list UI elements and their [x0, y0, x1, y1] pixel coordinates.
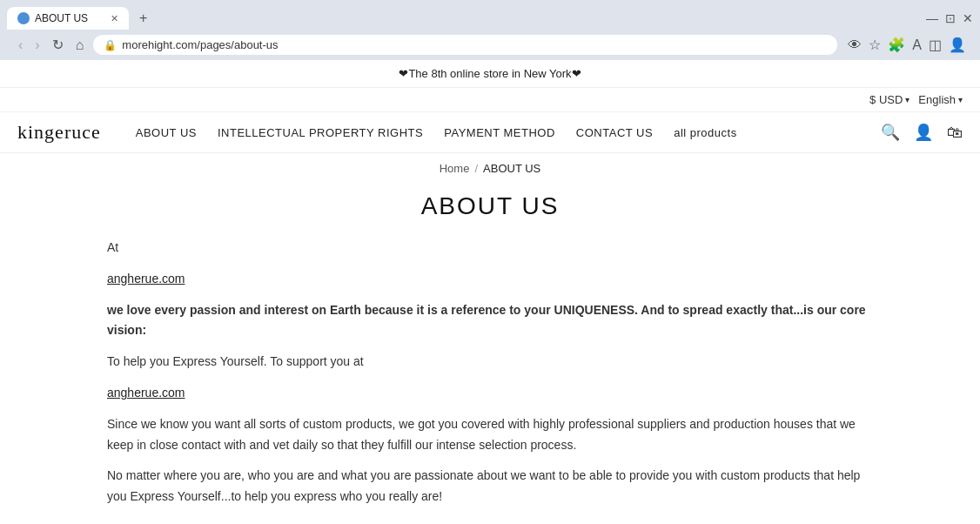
content-p1: At — [107, 238, 873, 259]
extensions-icon[interactable]: 🧩 — [888, 37, 905, 53]
breadcrumb-separator: / — [474, 162, 478, 175]
nav-link-about[interactable]: ABOUT US — [136, 126, 197, 139]
tab-favicon — [17, 12, 30, 24]
eye-icon[interactable]: 👁 — [848, 37, 862, 53]
address-bar[interactable]: 🔒 morehight.com/pages/about-us — [93, 35, 837, 55]
site-link-2[interactable]: angherue.com — [107, 386, 185, 400]
promo-banner: ❤The 8th online store in New York❤ — [0, 60, 980, 88]
page-title: ABOUT US — [0, 184, 980, 238]
minimize-button[interactable]: — — [926, 11, 938, 25]
star-icon[interactable]: ☆ — [869, 37, 881, 53]
back-button[interactable]: ‹ — [14, 36, 27, 55]
search-icon[interactable]: 🔍 — [881, 123, 900, 142]
site-logo[interactable]: kingeruce — [17, 121, 101, 144]
home-button[interactable]: ⌂ — [71, 36, 89, 55]
breadcrumb-current: ABOUT US — [483, 162, 540, 175]
refresh-button[interactable]: ↻ — [48, 35, 68, 55]
nav-icons: 🔍 👤 🛍 — [881, 123, 963, 142]
nav-link-ipr[interactable]: INTELLECTUAL PROPERTY RIGHTS — [218, 126, 423, 139]
banner-text: ❤The 8th online store in New York❤ — [399, 67, 581, 80]
language-chevron-icon: ▾ — [958, 95, 963, 104]
site-link-1[interactable]: angherue.com — [107, 272, 185, 286]
content-p5: No matter where you are, who you are and… — [107, 466, 873, 507]
nav-buttons: ‹ › ↻ ⌂ — [14, 35, 88, 55]
screenshot-icon[interactable]: ◫ — [929, 37, 942, 53]
cart-icon[interactable]: 🛍 — [947, 124, 963, 142]
restore-button[interactable]: ⊡ — [945, 11, 956, 25]
tab-bar: ABOUT US ✕ + — ⊡ ✕ — [7, 7, 973, 30]
tab-close-button[interactable]: ✕ — [111, 13, 118, 24]
breadcrumb-home[interactable]: Home — [440, 162, 470, 175]
main-nav: kingeruce ABOUT US INTELLECTUAL PROPERTY… — [0, 112, 980, 153]
breadcrumb: Home / ABOUT US — [0, 153, 980, 184]
content-p2: we love every passion and interest on Ea… — [107, 300, 873, 342]
forward-button[interactable]: › — [30, 36, 44, 55]
currency-label: $ USD — [869, 93, 903, 106]
address-text: morehight.com/pages/about-us — [122, 38, 827, 51]
browser-chrome: ABOUT US ✕ + — ⊡ ✕ ‹ › ↻ ⌂ 🔒 morehight.c… — [0, 0, 980, 60]
utility-bar: $ USD ▾ English ▾ — [0, 88, 980, 112]
currency-chevron-icon: ▾ — [905, 95, 910, 104]
lock-icon: 🔒 — [104, 39, 117, 51]
content-p3: To help you Express Yourself. To support… — [107, 352, 873, 373]
translate-icon[interactable]: A — [912, 37, 922, 53]
nav-link-contact[interactable]: CONTACT US — [576, 126, 653, 139]
active-tab: ABOUT US ✕ — [7, 7, 129, 30]
profile-icon[interactable]: 👤 — [949, 37, 966, 53]
page-content: ❤The 8th online store in New York❤ $ USD… — [0, 60, 980, 514]
content-link1: angherue.com — [107, 269, 873, 290]
toolbar-icons: 👁 ☆ 🧩 A ◫ 👤 — [848, 37, 966, 53]
nav-link-payment[interactable]: PAYMENT METHOD — [444, 126, 555, 139]
content-area: At angherue.com we love every passion an… — [72, 238, 908, 514]
language-label: English — [918, 93, 956, 106]
window-controls: — ⊡ ✕ — [926, 11, 973, 25]
account-icon[interactable]: 👤 — [914, 123, 933, 142]
nav-links: ABOUT US INTELLECTUAL PROPERTY RIGHTS PA… — [136, 126, 855, 139]
language-selector[interactable]: English ▾ — [918, 93, 963, 106]
content-p4: Since we know you want all sorts of cust… — [107, 414, 873, 456]
close-button[interactable]: ✕ — [963, 11, 973, 25]
tab-title: ABOUT US — [35, 12, 105, 24]
content-link2: angherue.com — [107, 383, 873, 404]
nav-link-products[interactable]: all products — [674, 126, 736, 139]
currency-selector[interactable]: $ USD ▾ — [869, 93, 910, 106]
address-bar-row: ‹ › ↻ ⌂ 🔒 morehight.com/pages/about-us 👁… — [7, 30, 973, 60]
new-tab-button[interactable]: + — [132, 7, 154, 30]
